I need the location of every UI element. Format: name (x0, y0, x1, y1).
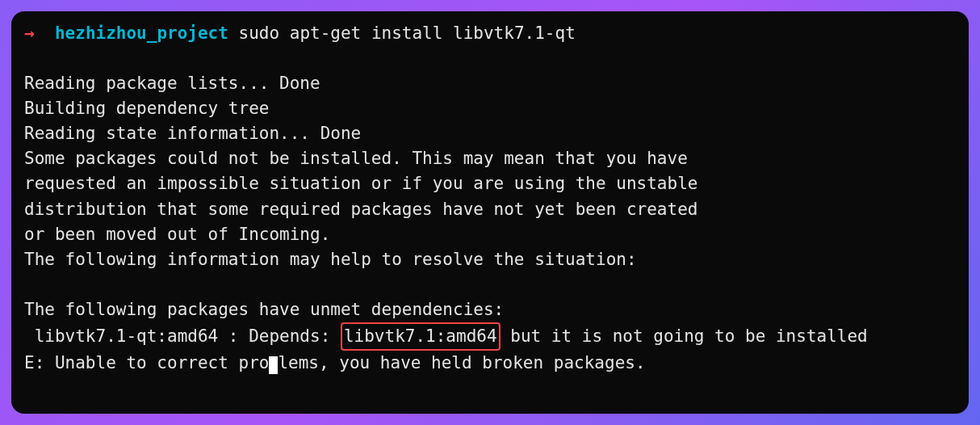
prompt-arrow: → (24, 23, 35, 43)
prompt-command: sudo apt-get install libvtk7.1-qt (239, 23, 576, 43)
blank-line (24, 46, 956, 71)
prompt-dir: hezhizhou_project (55, 23, 228, 43)
prompt-line: → hezhizhou_project sudo apt-get install… (24, 21, 956, 46)
output-line: The following packages have unmet depend… (24, 297, 956, 322)
dep-post: but it is not going to be installed (500, 326, 868, 346)
blank-line (24, 272, 956, 297)
output-line: Reading state information... Done (24, 121, 956, 146)
dep-pre: libvtk7.1-qt:amd64 : Depends: (24, 326, 341, 346)
highlighted-dependency: libvtk7.1:amd64 (341, 322, 500, 351)
output-line: requested an impossible situation or if … (24, 171, 956, 196)
output-line: The following information may help to re… (24, 247, 956, 272)
err-post: lems, you have held broken packages. (278, 353, 645, 372)
cursor (269, 356, 278, 374)
output-line: Building dependency tree (24, 96, 956, 121)
output-line: Some packages could not be installed. Th… (24, 146, 956, 171)
err-pre: E: Unable to correct pro (24, 353, 269, 372)
output-line: or been moved out of Incoming. (24, 222, 956, 247)
terminal-window[interactable]: → hezhizhou_project sudo apt-get install… (11, 11, 969, 414)
output-line: libvtk7.1-qt:amd64 : Depends: libvtk7.1:… (24, 322, 956, 351)
output-line: Reading package lists... Done (24, 71, 956, 96)
output-line: E: Unable to correct prolems, you have h… (24, 351, 956, 376)
output-line: distribution that some required packages… (24, 197, 956, 222)
